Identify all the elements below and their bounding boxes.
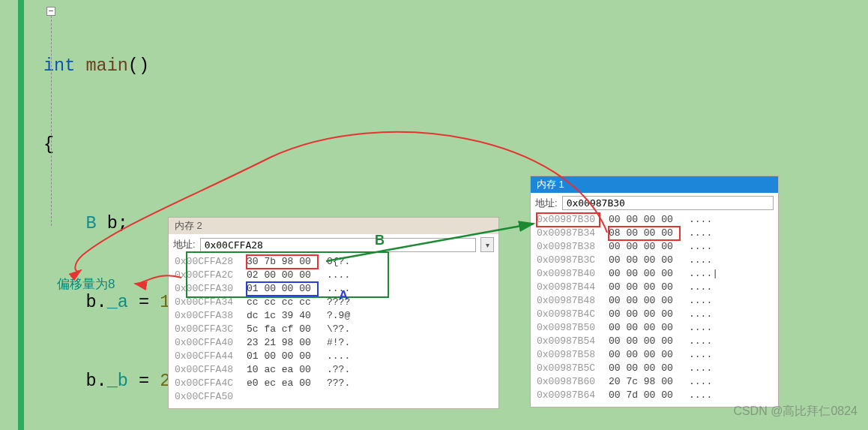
mem2-row: 0x00CFFA3C 5c fa cf 00 \??. xyxy=(175,323,492,336)
mem2-row: 0x00CFFA4C e0 ec ea 00 ???. xyxy=(175,377,492,390)
mem1-row: 0x00987B48 00 00 00 00 .... xyxy=(537,294,772,308)
mem1-row: 0x00987B60 20 7c 98 00 .... xyxy=(537,375,772,389)
mem1-row: 0x00987B64 00 7d 00 00 .... xyxy=(537,389,772,402)
mem1-row: 0x00987B44 00 00 00 00 .... xyxy=(537,281,772,294)
memory2-window[interactable]: 内存 2 地址: ▾ 0x00CFFA28 30 7b 98 00 0{?. 0… xyxy=(169,218,498,408)
annotation-B: B xyxy=(375,233,385,248)
mem2-row: 0x00CFFA28 30 7b 98 00 0{?. xyxy=(175,255,492,269)
mem2-row: 0x00CFFA34 cc cc cc cc ???? xyxy=(175,296,492,309)
memory1-address-label: 地址: xyxy=(535,197,558,210)
memory1-address-input[interactable] xyxy=(562,196,774,210)
collapse-icon[interactable]: − xyxy=(46,7,55,16)
memory2-title[interactable]: 内存 2 xyxy=(169,218,498,234)
member-a-bytes: 01 00 00 00 xyxy=(247,282,318,296)
watermark: CSDN @高比拜仁0824 xyxy=(733,404,858,419)
mem1-row: 0x00987B40 00 00 00 00 ....| xyxy=(537,267,772,281)
memory1-address-bar: 地址: xyxy=(531,193,778,213)
mem1-row: 0x00987B34 08 00 00 00 .... xyxy=(537,227,772,240)
mem2-row: 0x00CFFA30 01 00 00 00 .... xyxy=(175,282,492,296)
mem2-row: 0x00CFFA48 10 ac ea 00 .??. xyxy=(175,363,492,377)
memory2-address-bar: 地址: ▾ xyxy=(169,234,498,255)
type-B: B xyxy=(85,213,96,233)
offset-8-bytes: 08 00 00 00 xyxy=(609,227,680,240)
code-content: int main() { B b; b._a = 1; b._b = 2; re… xyxy=(43,0,181,430)
mem1-row: 0x00987B30 00 00 00 00 .... xyxy=(537,213,772,227)
mem2-row: 0x00CFFA38 dc 1c 39 40 ?.9@ xyxy=(175,309,492,323)
mem2-row: 0x00CFFA40 23 21 98 00 #!?. xyxy=(175,336,492,350)
mem1-row: 0x00987B50 00 00 00 00 .... xyxy=(537,321,772,335)
memory2-address-label: 地址: xyxy=(173,238,196,251)
mem2-row: 0x00CFFA50 xyxy=(175,390,492,404)
outline-line xyxy=(51,16,52,226)
mem2-row: 0x00CFFA2C 02 00 00 00 .... xyxy=(175,269,492,282)
fn-main: main xyxy=(85,56,127,76)
mem1-first-addr: 0x00987B30 xyxy=(537,213,600,227)
annotation-A: A xyxy=(339,288,348,303)
mem1-row: 0x00987B4C 00 00 00 00 .... xyxy=(537,308,772,321)
mem1-row: 0x00987B5C 00 00 00 00 .... xyxy=(537,362,772,375)
annotation-offset: 偏移量为8 xyxy=(57,275,115,293)
memory1-window[interactable]: 内存 1 地址: 0x00987B30 00 00 00 00 .... 0x0… xyxy=(531,176,778,407)
mem2-row: 0x00CFFA44 01 00 00 00 .... xyxy=(175,350,492,363)
memory2-rows[interactable]: 0x00CFFA28 30 7b 98 00 0{?. 0x00CFFA2C 0… xyxy=(169,255,498,408)
mem1-row: 0x00987B38 00 00 00 00 .... xyxy=(537,240,772,254)
memory1-title[interactable]: 内存 1 xyxy=(531,176,778,193)
memory2-dropdown-icon[interactable]: ▾ xyxy=(480,237,494,252)
memory2-address-input[interactable] xyxy=(200,238,476,252)
code-editor: − int main() { B b; b._a = 1; b._b = 2; … xyxy=(18,0,181,430)
vtable-ptr-bytes: 30 7b 98 00 xyxy=(247,255,318,269)
memory1-rows[interactable]: 0x00987B30 00 00 00 00 .... 0x00987B34 0… xyxy=(531,213,778,407)
mem1-row: 0x00987B58 00 00 00 00 .... xyxy=(537,348,772,362)
mem1-row: 0x00987B54 00 00 00 00 .... xyxy=(537,335,772,348)
outline-gutter: − xyxy=(48,0,61,233)
mem1-row: 0x00987B3C 00 00 00 00 .... xyxy=(537,254,772,267)
